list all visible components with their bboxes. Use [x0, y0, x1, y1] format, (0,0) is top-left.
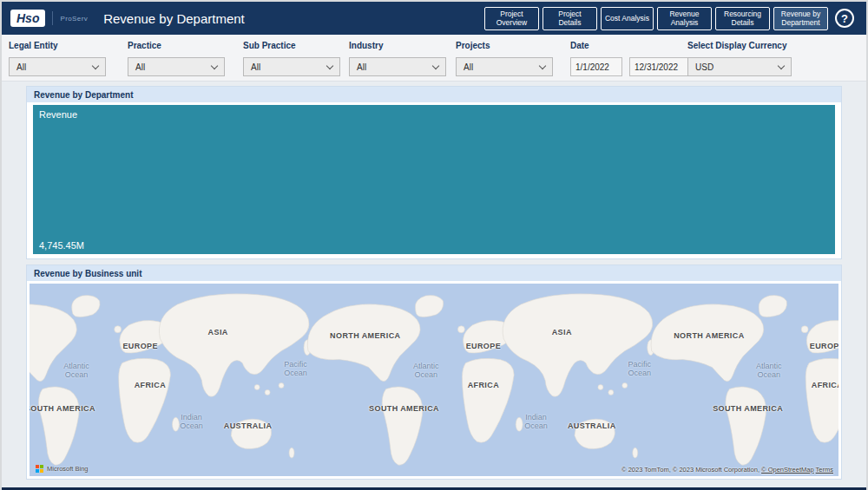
card-title: Revenue by Business unit [27, 265, 841, 281]
filter-currency: Select Display Currency USD [687, 41, 800, 81]
filter-label: Select Display Currency [687, 41, 800, 50]
filter-sub-practice: Sub Practice All [243, 41, 349, 81]
filter-industry: Industry All [349, 41, 456, 81]
map-label-continent: SOUTH AMERICA [369, 404, 439, 413]
map-label-continent: SOUTH AMERICA [713, 404, 783, 413]
map-label-continent: SOUTH AMERICA [30, 404, 95, 413]
map-attribution: © 2023 TomTom, © 2023 Microsoft Corporat… [621, 466, 833, 474]
dropdown-value: All [464, 62, 473, 72]
revenue-by-business-unit-card: Revenue by Business unit [26, 265, 842, 480]
map-label-ocean: Atlantic Ocean [413, 362, 439, 380]
terms-link[interactable]: Terms [816, 466, 833, 474]
sub-practice-dropdown[interactable]: All [243, 57, 340, 76]
filter-label: Legal Entity [9, 41, 128, 50]
bing-logo: Microsoft Bing [36, 465, 89, 473]
nav-project-overview[interactable]: Project Overview [484, 7, 539, 30]
dropdown-value: All [135, 62, 145, 72]
date-range [570, 57, 687, 76]
filter-projects: Projects All [456, 41, 570, 81]
nav-resourcing-details[interactable]: Resourcing Details [715, 7, 770, 30]
dropdown-value: USD [695, 62, 713, 72]
filter-label: Sub Practice [243, 41, 349, 50]
filter-label: Projects [456, 41, 570, 50]
brand-label: ProServ [60, 15, 88, 23]
treemap-node-label: Revenue [39, 109, 77, 120]
map-label-continent: AUSTRALIA [224, 421, 273, 430]
help-icon: ? [841, 12, 848, 25]
report-canvas: Revenue by Department Revenue 4,745.45M … [2, 82, 866, 480]
chevron-down-icon [778, 62, 785, 69]
map-label-continent: AFRICA [468, 381, 499, 389]
help-button[interactable]: ? [835, 9, 854, 28]
map-label-continent: EUROPE [466, 342, 501, 350]
filter-label: Date [570, 41, 687, 50]
chevron-down-icon [326, 62, 333, 69]
map-label-continent: EUROPE [810, 342, 838, 350]
card-title: Revenue by Department [27, 87, 841, 102]
map-label-continent: ASIA [208, 328, 228, 336]
microsoft-logo-icon [36, 465, 43, 473]
currency-dropdown[interactable]: USD [687, 57, 792, 76]
map-label-continent: NORTH AMERICA [330, 331, 400, 340]
map-label-continent: NORTH AMERICA [674, 331, 744, 340]
map-label-ocean: Indian Ocean [180, 412, 203, 430]
report-nav: Project Overview Project Details Cost An… [484, 7, 828, 30]
treemap-container: Revenue 4,745.45M [27, 102, 841, 258]
projects-dropdown[interactable]: All [456, 57, 553, 76]
chevron-down-icon [92, 62, 99, 69]
map-label-continent: AUSTRALIA [568, 421, 616, 430]
date-end-input[interactable] [629, 57, 688, 76]
map-container: SOUTH AMERICA Atlantic Ocean EUROPE AFRI… [27, 281, 841, 479]
filter-bar: Legal Entity All Practice All Sub Practi… [2, 35, 866, 82]
dropdown-value: All [251, 62, 260, 72]
hso-logo-text: Hso [16, 11, 39, 25]
nav-revenue-analysis[interactable]: Revenue Analysis [657, 7, 712, 30]
attribution-text: © 2023 TomTom, © 2023 Microsoft Corporat… [621, 466, 761, 474]
filter-date: Date [570, 41, 687, 81]
treemap-revenue-node[interactable]: Revenue 4,745.45M [33, 105, 835, 254]
filter-legal-entity: Legal Entity All [9, 41, 128, 81]
nav-revenue-by-department[interactable]: Revenue by Department [773, 7, 828, 30]
map-label-continent: EUROPE [122, 342, 157, 350]
practice-dropdown[interactable]: All [128, 57, 225, 76]
map-label-ocean: Atlantic Ocean [756, 362, 782, 380]
map-label-ocean: Pacific Ocean [628, 359, 651, 377]
map-label-continent: AFRICA [135, 381, 166, 389]
dropdown-value: All [357, 62, 366, 72]
legal-entity-dropdown[interactable]: All [9, 57, 106, 76]
map-label-ocean: Atlantic Ocean [63, 362, 89, 380]
treemap-node-value: 4,745.45M [39, 240, 84, 251]
filter-label: Industry [349, 41, 456, 50]
industry-dropdown[interactable]: All [349, 57, 446, 76]
nav-project-details[interactable]: Project Details [542, 7, 597, 30]
chevron-down-icon [539, 62, 546, 69]
openstreetmap-link[interactable]: © OpenStreetMap [761, 466, 814, 474]
revenue-by-department-card: Revenue by Department Revenue 4,745.45M [26, 86, 842, 259]
filter-practice: Practice All [128, 41, 243, 81]
map-label-ocean: Pacific Ocean [284, 359, 307, 377]
page-title: Revenue by Department [103, 11, 245, 26]
dashboard: Hso ProServ Revenue by Department Projec… [2, 2, 866, 490]
date-start-input[interactable] [570, 57, 622, 76]
map-label-continent: AFRICA [812, 381, 838, 389]
map-label-ocean: Indian Ocean [524, 412, 548, 430]
hso-logo: Hso [10, 10, 45, 27]
bing-logo-label: Microsoft Bing [47, 465, 89, 473]
app-header: Hso ProServ Revenue by Department Projec… [2, 2, 866, 35]
map-label-continent: ASIA [552, 328, 572, 336]
chevron-down-icon [432, 62, 439, 69]
filter-label: Practice [128, 41, 243, 50]
world-map[interactable]: SOUTH AMERICA Atlantic Ocean EUROPE AFRI… [30, 284, 838, 476]
chevron-down-icon [211, 62, 218, 69]
nav-cost-analysis[interactable]: Cost Analysis [601, 7, 654, 30]
header-divider [52, 11, 53, 25]
dropdown-value: All [16, 62, 26, 72]
